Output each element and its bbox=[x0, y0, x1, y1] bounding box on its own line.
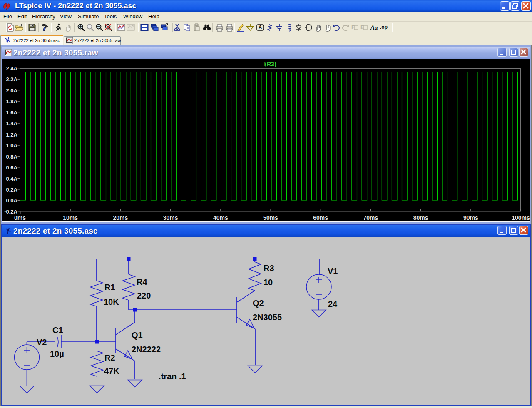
svg-text:R4: R4 bbox=[137, 277, 147, 286]
svg-text:0.6A: 0.6A bbox=[6, 164, 18, 171]
svg-text:30ms: 30ms bbox=[163, 214, 178, 221]
svg-text:I(R3): I(R3) bbox=[263, 61, 276, 67]
svg-text:10µ: 10µ bbox=[50, 349, 64, 358]
svg-text:R2: R2 bbox=[104, 353, 115, 362]
svg-text:0.2A: 0.2A bbox=[6, 187, 18, 193]
svg-text:C1: C1 bbox=[52, 326, 63, 335]
svg-text:.op: .op bbox=[380, 24, 388, 30]
svg-text:1.0A: 1.0A bbox=[6, 142, 18, 149]
svg-text:0.8A: 0.8A bbox=[6, 154, 18, 160]
svg-text:A: A bbox=[259, 25, 262, 30]
svg-text:2N3055: 2N3055 bbox=[253, 313, 282, 322]
svg-text:10K: 10K bbox=[104, 297, 119, 306]
svg-text:70ms: 70ms bbox=[363, 214, 378, 221]
svg-text:47K: 47K bbox=[104, 366, 119, 376]
svg-text:90ms: 90ms bbox=[463, 214, 478, 221]
svg-text:1.6A: 1.6A bbox=[6, 109, 18, 116]
svg-text:V1: V1 bbox=[328, 266, 338, 276]
svg-text:Q2: Q2 bbox=[253, 299, 264, 308]
svg-text:.tran .1: .tran .1 bbox=[159, 372, 186, 381]
svg-text:Aa: Aa bbox=[370, 24, 378, 31]
svg-text:R1: R1 bbox=[104, 283, 115, 292]
svg-text:50ms: 50ms bbox=[263, 214, 278, 221]
svg-text:10ms: 10ms bbox=[63, 214, 78, 221]
svg-text:R3: R3 bbox=[264, 264, 274, 273]
svg-text:40ms: 40ms bbox=[213, 214, 228, 221]
svg-text:2.4A: 2.4A bbox=[6, 65, 18, 72]
svg-text:-0.2A: -0.2A bbox=[4, 209, 17, 215]
svg-text:20ms: 20ms bbox=[113, 214, 128, 221]
svg-text:2.0A: 2.0A bbox=[6, 87, 18, 94]
svg-text:Q1: Q1 bbox=[132, 331, 143, 340]
svg-text:1.2A: 1.2A bbox=[6, 132, 18, 138]
svg-text:80ms: 80ms bbox=[413, 214, 428, 221]
svg-text:1.4A: 1.4A bbox=[6, 120, 18, 127]
svg-text:V2: V2 bbox=[37, 338, 47, 347]
svg-text:0.0A: 0.0A bbox=[6, 197, 18, 204]
svg-text:10: 10 bbox=[264, 278, 273, 287]
svg-text:2.2A: 2.2A bbox=[6, 76, 18, 82]
svg-text:2N2222: 2N2222 bbox=[132, 345, 161, 354]
svg-text:1.8A: 1.8A bbox=[6, 98, 18, 104]
svg-text:24: 24 bbox=[328, 299, 338, 308]
svg-text:60ms: 60ms bbox=[313, 214, 328, 221]
svg-text:100ms: 100ms bbox=[512, 214, 530, 221]
svg-text:0ms: 0ms bbox=[14, 214, 26, 221]
svg-text:0.4A: 0.4A bbox=[6, 176, 18, 182]
svg-text:220: 220 bbox=[137, 291, 151, 300]
